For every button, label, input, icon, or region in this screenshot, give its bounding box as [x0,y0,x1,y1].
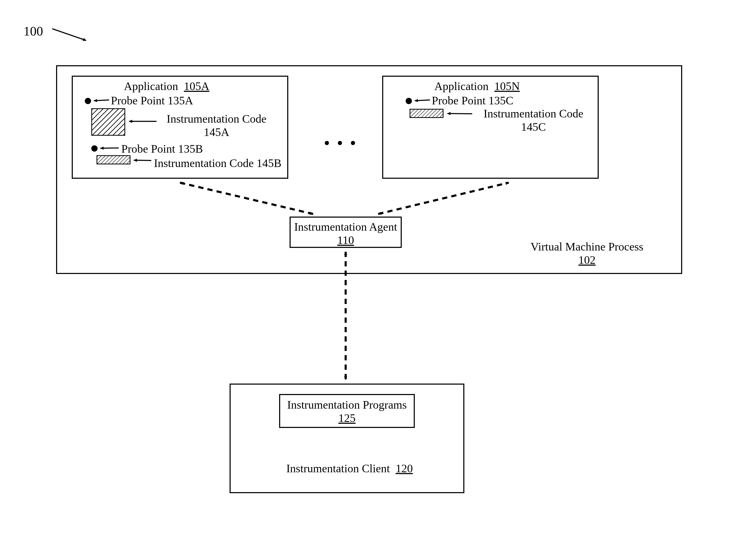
inst-code-145a-line1: Instrumentation Code [167,112,267,125]
instrumentation-client-label: Instrumentation Client 120 [277,462,423,475]
app-n-num: 105N [494,80,520,93]
agent-label: Instrumentation Agent [294,220,397,233]
inst-code-145a-label: Instrumentation Code 145A [160,112,273,139]
vm-process-label: Virtual Machine Process 102 [519,240,655,267]
programs-num: 125 [338,412,356,425]
instrumentation-programs-box: Instrumentation Programs 125 [279,394,415,428]
client-label-text: Instrumentation Client [286,462,390,475]
app-n-title: Application 105N [434,80,520,93]
svg-rect-9 [410,110,443,117]
ellipsis-dot-2 [338,141,342,145]
probe-point-135c-label: Probe Point 135C [432,94,513,107]
inst-code-145b-label: Instrumentation Code 145B [154,157,281,170]
app-a-title: Application 105A [124,80,209,93]
probe-point-135b-label: Probe Point 135B [121,142,203,156]
figure-number: 100 [23,23,43,39]
app-n-title-text: Application [434,80,489,93]
inst-code-145b-rect [97,155,130,164]
vm-process-num: 102 [578,254,596,266]
ellipsis-dot-1 [325,141,329,145]
diagram-canvas: 100 Virtual Machine Process 102 [0,0,756,543]
app-a-num: 105A [184,80,209,93]
inst-code-145a-line2: 145A [204,126,229,139]
app-a-title-text: Application [124,80,178,93]
inst-code-145c-line2: 145C [521,121,546,133]
instrumentation-agent-box: Instrumentation Agent 110 [290,217,402,248]
svg-rect-8 [97,156,130,164]
probe-point-135a-label: Probe Point 135A [111,94,193,107]
svg-line-6 [52,29,86,40]
inst-code-145c-label: Instrumentation Code 145C [477,107,590,134]
client-num: 120 [396,462,413,475]
ellipsis-dot-3 [351,141,355,145]
probe-point-135c-dot [406,98,412,104]
probe-point-135b-dot [91,145,98,152]
agent-num: 110 [337,234,354,247]
svg-rect-7 [92,109,124,135]
inst-code-145c-rect [410,109,443,118]
probe-point-135a-dot [85,98,91,104]
inst-code-145c-line1: Instrumentation Code [484,107,584,120]
programs-label: Instrumentation Programs [287,398,407,411]
vm-process-title: Virtual Machine Process [531,240,643,253]
inst-code-145a-rect [91,108,125,136]
